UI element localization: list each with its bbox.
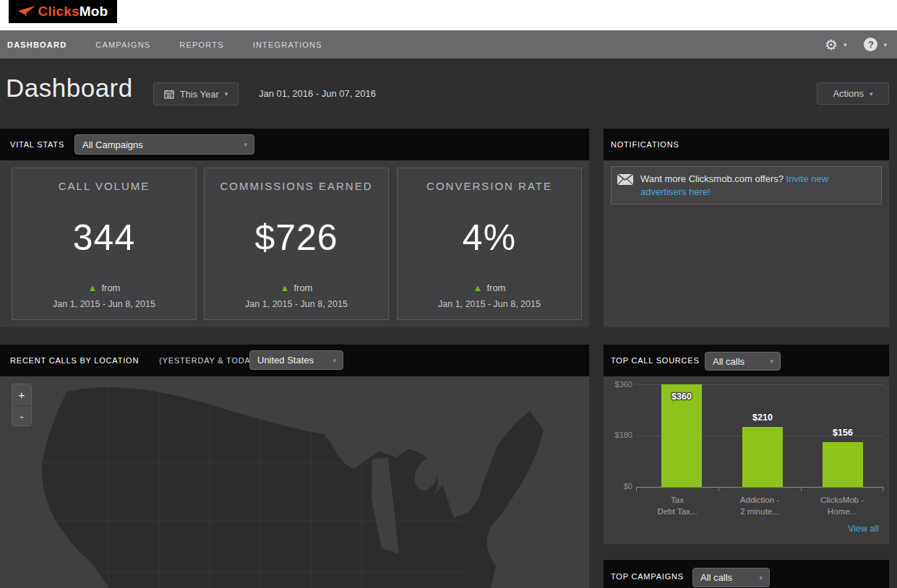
nav-item-dashboard[interactable]: DASHBOARD <box>7 40 66 49</box>
call-sources-filter-dropdown[interactable]: All calls ▾ <box>705 352 781 371</box>
browser-top-strip: ClicksMob <box>0 0 897 30</box>
clicksmob-logo[interactable]: ClicksMob <box>9 0 117 23</box>
notifications-title: NOTIFICATIONS <box>611 140 679 149</box>
map-zoom-in-button[interactable]: + <box>12 384 31 405</box>
date-filter-button[interactable]: This Year ▾ <box>153 82 239 105</box>
actions-label: Actions <box>833 88 864 99</box>
vital-stats-panel: CALL VOLUME 344 ▲from Jan 1, 2015 - Jun … <box>0 160 589 327</box>
y-axis-tick: $180 <box>604 431 632 439</box>
arrow-up-icon: ▲ <box>88 283 98 293</box>
top-campaigns-filter-dropdown[interactable]: All calls ▾ <box>692 568 770 587</box>
help-icon[interactable]: ? <box>864 38 877 51</box>
y-axis-tick: $0 <box>604 482 632 490</box>
top-campaigns-filter-value: All calls <box>700 572 759 583</box>
arrow-up-icon: ▲ <box>473 283 483 293</box>
x-axis-line <box>636 487 883 488</box>
stat-period: Jan 1, 2015 - Jun 8, 2015 <box>438 299 541 309</box>
chart-plot-area: $360 $210 $156 <box>636 384 883 487</box>
stat-label: CONVERSION RATE <box>426 180 552 192</box>
stat-period: Jan 1, 2015 - Jun 8, 2015 <box>53 299 155 309</box>
stat-change-text: from <box>101 282 120 293</box>
category-label: TaxDebt Tax... <box>636 494 718 517</box>
top-call-sources-chart: $360 $180 $0 $360 $210 $156 TaxDebt Tax.… <box>604 376 889 544</box>
usa-map-silhouette <box>0 376 589 588</box>
arrow-up-icon: ▲ <box>280 283 290 293</box>
help-caret-icon[interactable]: ▾ <box>883 41 887 48</box>
stat-label: COMMISSIONS EARNED <box>220 180 372 192</box>
vital-stats-title: VITAL STATS <box>10 140 64 149</box>
chevron-down-icon: ▾ <box>770 358 773 365</box>
main-nav: DASHBOARD CAMPAIGNS REPORTS INTEGRATIONS… <box>0 30 897 59</box>
date-filter-label: This Year <box>180 89 219 100</box>
page-title: Dashboard <box>6 74 133 103</box>
chevron-down-icon: ▾ <box>332 357 336 364</box>
recent-calls-subtitle: (YESTERDAY & TODAY) <box>159 356 259 365</box>
calendar-icon <box>164 90 174 99</box>
stat-value: $726 <box>254 192 338 282</box>
notification-text: Want more Clicksmob.com offers? Invite n… <box>640 173 874 198</box>
nav-item-campaigns[interactable]: CAMPAIGNS <box>95 40 150 49</box>
category-label: Addiction -2 minute... <box>718 494 801 517</box>
country-filter-dropdown[interactable]: United States ▾ <box>249 350 343 370</box>
paper-plane-icon <box>18 6 35 17</box>
top-campaigns-title: TOP CAMPAIGNS <box>611 572 684 581</box>
chart-bar[interactable] <box>742 427 783 487</box>
chevron-down-icon: ▾ <box>225 90 228 98</box>
chart-bar[interactable] <box>823 442 863 487</box>
notification-item: Want more Clicksmob.com offers? Invite n… <box>611 166 882 204</box>
stat-change-text: from <box>486 282 505 293</box>
logo-text: ClicksMob <box>38 4 108 20</box>
bar-value-label: $360 <box>661 392 702 402</box>
stat-value: 4% <box>463 192 516 282</box>
nav-item-integrations[interactable]: INTEGRATIONS <box>253 40 322 49</box>
map-zoom-out-button[interactable]: - <box>12 406 31 427</box>
bar-value-label: $210 <box>742 412 783 423</box>
notifications-panel: Want more Clicksmob.com offers? Invite n… <box>604 160 889 327</box>
view-all-link[interactable]: View all <box>848 524 879 534</box>
dashboard-screen: ClicksMob DASHBOARD CAMPAIGNS REPORTS IN… <box>0 0 897 588</box>
stat-value: 344 <box>73 192 135 282</box>
stat-card-call-volume: CALL VOLUME 344 ▲from Jan 1, 2015 - Jun … <box>12 168 197 320</box>
stat-card-conversion-rate: CONVERSION RATE 4% ▲from Jan 1, 2015 - J… <box>397 168 582 320</box>
chevron-down-icon: ▾ <box>244 141 247 148</box>
nav-item-reports[interactable]: REPORTS <box>179 40 223 49</box>
stat-label: CALL VOLUME <box>59 180 150 192</box>
envelope-icon <box>617 174 633 198</box>
notifications-header: NOTIFICATIONS <box>604 129 889 160</box>
actions-button[interactable]: Actions ▾ <box>817 82 889 105</box>
bar-value-label: $156 <box>823 428 863 438</box>
campaign-filter-dropdown[interactable]: All Campaigns ▾ <box>74 134 254 155</box>
recent-calls-title: RECENT CALLS BY LOCATION <box>10 356 139 365</box>
gear-icon[interactable]: ⚙ <box>825 38 838 52</box>
chevron-down-icon: ▾ <box>759 574 763 581</box>
date-range-text: Jan 01, 2016 - Jun 07, 2016 <box>259 82 376 105</box>
map-zoom-controls: + - <box>12 384 32 426</box>
chevron-down-icon: ▾ <box>870 90 873 98</box>
stat-period: Jan 1, 2015 - Jun 8, 2015 <box>245 299 348 309</box>
category-label: ClicksMob -Home... <box>801 494 883 517</box>
call-sources-filter-value: All calls <box>713 356 770 367</box>
campaign-filter-value: All Campaigns <box>82 139 244 150</box>
country-filter-value: United States <box>257 355 332 366</box>
top-call-sources-title: TOP CALL SOURCES <box>611 356 700 365</box>
stat-change-text: from <box>293 282 312 293</box>
calls-map[interactable]: + - <box>0 376 589 588</box>
gear-caret-icon[interactable]: ▾ <box>844 41 847 48</box>
y-axis-tick: $360 <box>604 380 632 389</box>
stat-card-commissions: COMMISSIONS EARNED $726 ▲from Jan 1, 201… <box>204 168 389 320</box>
